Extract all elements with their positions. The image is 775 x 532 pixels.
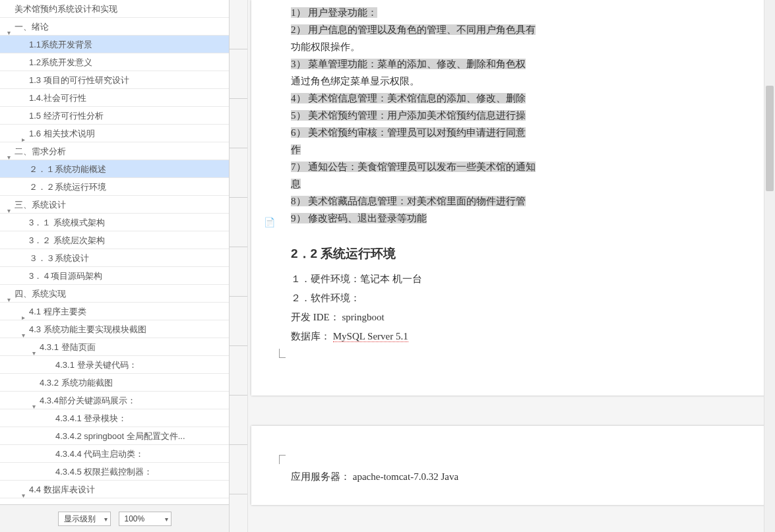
twist-spacer: [20, 273, 26, 280]
doc-line: 5） 美术馆预约管理：用户添加美术馆预约信息进行操: [291, 107, 759, 124]
outline-item[interactable]: ▾三、系统设计: [0, 196, 229, 214]
outline-item-label: 美术馆预约系统设计和实现: [15, 4, 117, 14]
doc-line: 8） 美术馆藏品信息管理：对美术馆里面的物件进行管: [291, 192, 759, 210]
outline-item[interactable]: 4.3.4.5 权限拦截控制器：: [0, 463, 229, 481]
outline-item[interactable]: ▸4.1 程序主要类: [0, 303, 229, 320]
chevron-down-icon[interactable]: ▾: [5, 148, 12, 155]
section-heading-2-2: 2．2 系统运行环境: [291, 245, 759, 262]
outline-item[interactable]: 1.2系统开发意义: [0, 53, 229, 71]
outline-item-label: 3．４项目源码架构: [29, 271, 102, 281]
chevron-down-icon[interactable]: ▾: [20, 326, 26, 333]
twist-spacer: [46, 362, 53, 369]
outline-item-label: 1.5 经济可行性分析: [29, 111, 104, 121]
outline-item-label: 1.1系统开发背景: [29, 40, 92, 49]
outline-item[interactable]: 1.4.社会可行性: [0, 89, 229, 107]
twist-spacer: [20, 59, 26, 66]
outline-item[interactable]: ２．２系统运行环境: [0, 178, 229, 196]
outline-item-label: 4.3 系统功能主要实现模块截图: [29, 324, 146, 334]
outline-item[interactable]: 3．１ 系统模式架构: [0, 214, 229, 231]
env-ide: 开发 IDE： springboot: [291, 309, 759, 326]
outline-item[interactable]: ２．１系统功能概述: [0, 160, 229, 178]
outline-item-label: ２．１系统功能概述: [29, 164, 106, 174]
chevron-down-icon[interactable]: ▾: [20, 487, 26, 493]
vertical-scrollbar[interactable]: [764, 0, 775, 532]
doc-line: 息: [291, 175, 759, 192]
doc-line: 2） 用户信息的管理以及角色的管理、不同用户角色具有: [291, 21, 759, 38]
page-scroll: 📄 1） 用户登录功能：2） 用户信息的管理以及角色的管理、不同用户角色具有功能…: [248, 0, 764, 532]
outline-item[interactable]: ▾4.4 数据库表设计: [0, 481, 229, 498]
twist-spacer: [46, 451, 53, 458]
chevron-right-icon[interactable]: ▸: [20, 131, 26, 137]
outline-sidebar: 美术馆预约系统设计和实现▾一、绪论1.1系统开发背景1.2系统开发意义1.3 项…: [0, 0, 230, 532]
outline-item-label: ２．２系统运行环境: [29, 182, 106, 192]
document-page-2: 应用服务器： apache-tomcat-7.0.32 Java: [251, 426, 764, 505]
zoom-dropdown[interactable]: 100%: [119, 512, 171, 526]
outline-item[interactable]: 4.3.4.4 代码主启动类：: [0, 445, 229, 463]
sidebar-bottom-bar: 显示级别 100%: [0, 504, 229, 532]
outline-item[interactable]: ３．３系统设计: [0, 249, 229, 267]
outline-item[interactable]: ▾四、系统实现: [0, 285, 229, 303]
outline-item-label: 4.3.4.4 代码主启动类：: [55, 449, 144, 459]
doc-line: 功能权限操作。: [291, 38, 759, 55]
outline-item-label: 4.3.4部分关键源码展示：: [40, 396, 136, 405]
outline-item[interactable]: ▾一、绪论: [0, 18, 229, 36]
outline-item[interactable]: 4.3.1 登录关键代码：: [0, 356, 229, 374]
twist-spacer: [20, 220, 26, 226]
outline-item[interactable]: 4.3.4.1 登录模块：: [0, 409, 229, 427]
outline-item[interactable]: 3．４项目源码架构: [0, 267, 229, 285]
outline-item-label: ３．３系统设计: [29, 253, 89, 263]
outline-item-label: 1.3 项目的可行性研究设计: [29, 75, 129, 85]
level-dropdown[interactable]: 显示级别: [58, 512, 111, 526]
outline-item-label: 1.4.社会可行性: [29, 93, 86, 103]
outline-list: 美术馆预约系统设计和实现▾一、绪论1.1系统开发背景1.2系统开发意义1.3 项…: [0, 0, 229, 504]
env-db: 数据库： MySQL Server 5.1: [291, 328, 759, 345]
doc-line: 3） 菜单管理功能：菜单的添加、修改、删除和角色权: [291, 55, 759, 73]
env-software: ２．软件环境：: [291, 289, 759, 307]
outline-item-label: 4.3.1 登录关键代码：: [55, 360, 137, 370]
doc-line: 7） 通知公告：美食馆管理员可以发布一些美术馆的通知: [291, 158, 759, 175]
twist-spacer: [20, 184, 26, 191]
outline-item[interactable]: ▸1.6 相关技术说明: [0, 125, 229, 142]
doc-line: 9） 修改密码、退出登录等功能: [291, 210, 759, 227]
outline-item-label: 3．２ 系统层次架构: [29, 235, 105, 245]
chevron-down-icon[interactable]: ▾: [5, 24, 12, 30]
outline-item[interactable]: 3．２ 系统层次架构: [0, 231, 229, 249]
outline-item[interactable]: 1.3 项目的可行性研究设计: [0, 71, 229, 89]
twist-spacer: [46, 433, 53, 440]
outline-item-label: 4.3.2 系统功能截图: [40, 378, 113, 388]
chevron-down-icon[interactable]: ▾: [5, 291, 12, 297]
chevron-right-icon[interactable]: ▸: [20, 309, 26, 315]
vertical-ruler: [230, 0, 248, 532]
outline-item[interactable]: 1.5 经济可行性分析: [0, 107, 229, 125]
outline-item-label: 4.1 程序主要类: [29, 307, 86, 316]
outline-item[interactable]: 1.1系统开发背景: [0, 36, 229, 53]
page-corner-bottom: [279, 349, 286, 358]
chevron-down-icon[interactable]: ▾: [5, 202, 12, 208]
outline-item[interactable]: ▾二、需求分析: [0, 142, 229, 160]
document-page-1: 📄 1） 用户登录功能：2） 用户信息的管理以及角色的管理、不同用户角色具有功能…: [251, 0, 764, 396]
outline-item[interactable]: 4.3.2 系统功能截图: [0, 374, 229, 392]
twist-spacer: [20, 166, 26, 173]
outline-item[interactable]: 4.3.4.2 springboot 全局配置文件...: [0, 427, 229, 445]
doc-line: 1） 用户登录功能：: [291, 4, 759, 21]
twist-spacer: [20, 42, 26, 48]
outline-item[interactable]: 美术馆预约系统设计和实现: [0, 0, 229, 18]
twist-spacer: [46, 415, 53, 422]
outline-item-label: 4.3.1 登陆页面: [40, 342, 96, 352]
paste-options-icon[interactable]: 📄: [262, 216, 276, 230]
outline-item-label: 4.3.4.2 springboot 全局配置文件...: [55, 431, 185, 441]
scrollbar-thumb[interactable]: [766, 86, 774, 191]
outline-item-label: 一、绪论: [15, 22, 49, 32]
chevron-down-icon[interactable]: ▾: [30, 398, 37, 404]
outline-item-label: 4.3.4.1 登录模块：: [55, 413, 127, 423]
outline-item[interactable]: ▾4.3.4部分关键源码展示：: [0, 392, 229, 409]
twist-spacer: [30, 380, 37, 386]
doc-line: 4） 美术馆信息管理：美术馆信息的添加、修改、删除: [291, 90, 759, 107]
doc-line: 作: [291, 141, 759, 158]
outline-item-label: 4.3.4.5 权限拦截控制器：: [55, 467, 152, 477]
chevron-down-icon[interactable]: ▾: [30, 344, 37, 351]
outline-item-label: 1.6 相关技术说明: [29, 129, 95, 138]
outline-item[interactable]: ▾4.3 系统功能主要实现模块截图: [0, 320, 229, 338]
outline-item[interactable]: ▾4.3.1 登陆页面: [0, 338, 229, 356]
document-area: 📄 1） 用户登录功能：2） 用户信息的管理以及角色的管理、不同用户角色具有功能…: [230, 0, 775, 532]
